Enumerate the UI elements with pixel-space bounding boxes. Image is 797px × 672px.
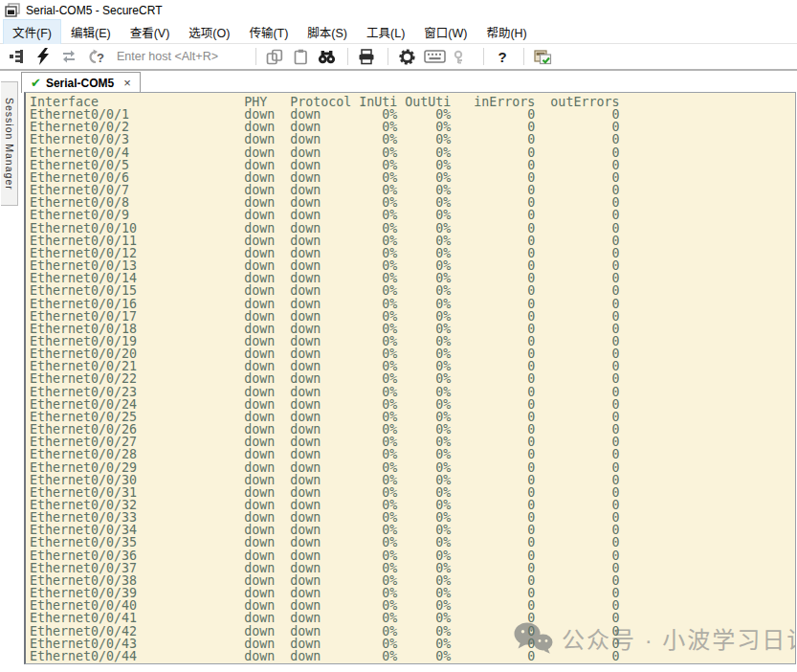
menu-item[interactable]: 编辑(E) xyxy=(62,20,120,44)
tab-bar: ✔ Serial-COM5 × xyxy=(0,71,797,92)
terminal-row: Ethernet0/0/28 down down 0% 0% 0 0 xyxy=(30,448,795,460)
menu-bar: 文件(F)编辑(E)查看(V)选项(O)传输(T)脚本(S)工具(L)窗口(W)… xyxy=(0,21,797,44)
toolbar: ? xyxy=(0,44,797,71)
session-manager-label: Session Manager xyxy=(4,98,15,190)
app-icon xyxy=(5,3,20,18)
quick-connect-icon[interactable] xyxy=(32,46,55,67)
terminal-row: Ethernet0/0/15 down down 0% 0% 0 0 xyxy=(30,284,795,297)
session-manager-icon[interactable] xyxy=(6,46,29,67)
svg-text:?: ? xyxy=(97,51,104,65)
menu-item[interactable]: 选项(O) xyxy=(180,20,238,44)
host-input[interactable] xyxy=(117,50,249,63)
menu-item[interactable]: 帮助(H) xyxy=(477,20,535,44)
tab-label: Serial-COM5 xyxy=(46,77,114,90)
terminal-row: Ethernet0/0/24 down down 0% 0% 0 0 xyxy=(30,398,795,411)
terminal-screen[interactable]: 公众号 · 小波学习日记 Interface PHY Protocol InUt… xyxy=(24,92,796,664)
terminal-row: Ethernet0/0/11 down down 0% 0% 0 0 xyxy=(30,235,795,247)
terminal-row: Ethernet0/0/9 down down 0% 0% 0 0 xyxy=(30,209,795,221)
toolbar-separator xyxy=(387,48,388,65)
session-manager-strip[interactable]: Session Manager xyxy=(1,81,18,206)
terminal-row: Ethernet0/0/36 down down 0% 0% 0 0 xyxy=(30,549,795,562)
paste-icon[interactable] xyxy=(289,46,312,67)
connected-check-icon: ✔ xyxy=(31,76,41,90)
terminal-row: Ethernet0/0/43 down down 0% 0% 0 0 xyxy=(30,638,795,650)
terminal-row: Ethernet0/0/3 down down 0% 0% 0 0 xyxy=(30,133,795,146)
ansi-color-icon[interactable] xyxy=(531,46,554,67)
terminal-row: Ethernet0/0/37 down down 0% 0% 0 0 xyxy=(30,562,795,574)
reconnect-icon[interactable] xyxy=(57,46,80,67)
find-icon[interactable] xyxy=(315,46,338,67)
print-icon[interactable] xyxy=(355,46,378,67)
toolbar-separator xyxy=(483,48,484,65)
terminal-row: Ethernet0/0/16 down down 0% 0% 0 0 xyxy=(30,298,795,310)
terminal-row: Ethernet0/0/22 down down 0% 0% 0 0 xyxy=(30,372,795,385)
menu-item[interactable]: 查看(V) xyxy=(122,20,179,44)
terminal-row: Ethernet0/0/29 down down 0% 0% 0 0 xyxy=(30,461,795,474)
terminal-row: Ethernet0/0/30 down down 0% 0% 0 0 xyxy=(30,474,795,486)
toolbar-separator xyxy=(255,48,256,65)
toolbar-separator xyxy=(347,48,348,65)
tab-serial-com5[interactable]: ✔ Serial-COM5 × xyxy=(21,72,141,93)
title-bar: Serial-COM5 - SecureCRT xyxy=(0,0,797,21)
terminal-row: Ethernet0/0/4 down down 0% 0% 0 0 xyxy=(30,146,795,159)
window-title: Serial-COM5 - SecureCRT xyxy=(26,4,162,17)
terminal-row: Ethernet0/0/10 down down 0% 0% 0 0 xyxy=(30,222,795,235)
terminal-row: Ethernet0/0/5 down down 0% 0% 0 0 xyxy=(30,159,795,171)
securecrt-window: Serial-COM5 - SecureCRT 文件(F)编辑(E)查看(V)选… xyxy=(0,0,797,672)
keymap-icon[interactable] xyxy=(421,46,448,67)
terminal-row: Ethernet0/0/18 down down 0% 0% 0 0 xyxy=(30,323,795,335)
connect-question-icon[interactable]: ? xyxy=(83,46,106,67)
terminal-row: Ethernet0/0/42 down down 0% 0% 0 0 xyxy=(30,625,795,638)
menu-item[interactable]: 窗口(W) xyxy=(415,20,476,44)
terminal-row: Ethernet0/0/41 down down 0% 0% 0 0 xyxy=(30,612,795,624)
toolbar-separator xyxy=(523,48,524,65)
menu-item[interactable]: 传输(T) xyxy=(240,20,297,44)
menu-item[interactable]: 文件(F) xyxy=(4,20,60,44)
options-gear-icon[interactable] xyxy=(395,46,418,67)
menu-item[interactable]: 工具(L) xyxy=(358,20,413,44)
key-icon[interactable] xyxy=(451,46,474,67)
tab-close-icon[interactable]: × xyxy=(123,76,131,90)
menu-item[interactable]: 脚本(S) xyxy=(299,20,356,44)
terminal-row: Ethernet0/0/35 down down 0% 0% 0 0 xyxy=(30,536,795,549)
terminal-row: Ethernet0/0/44 down down 0% 0% 0 0 xyxy=(30,650,795,662)
help-icon[interactable]: ? xyxy=(491,46,514,67)
terminal-row: Ethernet0/0/17 down down 0% 0% 0 0 xyxy=(30,310,795,323)
terminal-text: Interface PHY Protocol InUti OutUti inEr… xyxy=(26,93,795,662)
terminal-row: Ethernet0/0/23 down down 0% 0% 0 0 xyxy=(30,386,795,398)
copy-icon[interactable] xyxy=(263,46,286,67)
